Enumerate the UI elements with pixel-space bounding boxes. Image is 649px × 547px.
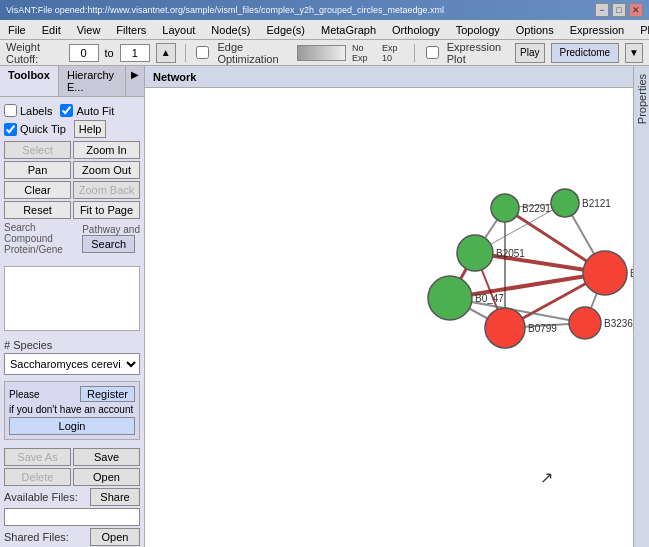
hierarchy-tab[interactable]: Hierarchy E... xyxy=(59,66,126,96)
menu-edit[interactable]: Edit xyxy=(38,23,65,37)
autofit-checkbox[interactable] xyxy=(60,104,73,117)
menu-plugins[interactable]: Plugins xyxy=(636,23,649,37)
save-button[interactable]: Save xyxy=(73,448,140,466)
menu-topology[interactable]: Topology xyxy=(452,23,504,37)
checkbox-row-2: Quick Tip Help xyxy=(4,120,140,138)
close-button[interactable]: ✕ xyxy=(629,3,643,17)
labels-checkbox-label[interactable]: Labels xyxy=(4,104,52,117)
toolbox-tab[interactable]: Toolbox xyxy=(0,66,59,96)
checkbox-row-1: Labels Auto Fit xyxy=(4,104,140,117)
autofit-text: Auto Fit xyxy=(76,105,114,117)
edge-optimization-label: Edge Optimization xyxy=(217,41,290,65)
available-row: Available Files: Share xyxy=(4,488,140,506)
shared-label: Shared Files: xyxy=(4,531,69,543)
open-button[interactable]: Open xyxy=(73,468,140,486)
zoomback-button[interactable]: Zoom Back xyxy=(73,181,140,199)
search-button[interactable]: Search xyxy=(82,235,135,253)
exp10-label: Exp 10 xyxy=(382,43,405,63)
quicktip-checkbox[interactable] xyxy=(4,123,17,136)
no-exp-label: No Exp xyxy=(352,43,376,63)
play-button[interactable]: Play xyxy=(515,43,544,63)
menu-filters[interactable]: Filters xyxy=(112,23,150,37)
svg-text:B3236_RAND2: B3236_RAND2 xyxy=(604,318,633,329)
network-header: Network xyxy=(145,66,633,88)
menu-orthology[interactable]: Orthology xyxy=(388,23,444,37)
login-button[interactable]: Login xyxy=(9,417,135,435)
shared-row: Shared Files: Open xyxy=(4,528,140,546)
svg-text:B3220_RAND2: B3220_RAND2 xyxy=(630,268,633,279)
autofit-checkbox-label[interactable]: Auto Fit xyxy=(60,104,114,117)
expression-plot-label: Expression Plot xyxy=(447,41,509,65)
available-files-input[interactable] xyxy=(4,508,140,526)
svg-point-20 xyxy=(457,235,493,271)
svg-point-24 xyxy=(569,307,601,339)
toolbox-options: Labels Auto Fit Quick Tip Help Select Zo… xyxy=(0,97,144,262)
svg-text:B2121: B2121 xyxy=(582,198,611,209)
open-shared-button[interactable]: Open xyxy=(90,528,140,546)
help-button[interactable]: Help xyxy=(74,120,107,138)
select-button[interactable]: Select xyxy=(4,141,71,159)
svg-rect-0 xyxy=(5,267,139,330)
maximize-button[interactable]: □ xyxy=(612,3,626,17)
menu-expression[interactable]: Expression xyxy=(566,23,628,37)
window-controls: − □ ✕ xyxy=(595,3,643,17)
svg-point-16 xyxy=(491,194,519,222)
panel-tab-arrow[interactable]: ▶ xyxy=(126,66,144,96)
labels-checkbox[interactable] xyxy=(4,104,17,117)
separator2 xyxy=(414,44,415,62)
edge-optimization-checkbox[interactable] xyxy=(196,46,209,59)
quicktip-checkbox-label[interactable]: Quick Tip xyxy=(4,123,66,136)
preview-svg xyxy=(5,267,139,330)
weight-from-input[interactable] xyxy=(69,44,99,62)
main-content: Toolbox Hierarchy E... ▶ Labels Auto Fit… xyxy=(0,66,649,547)
pan-button[interactable]: Pan xyxy=(4,161,71,179)
expression-plot-checkbox[interactable] xyxy=(426,46,439,59)
menu-edges[interactable]: Edge(s) xyxy=(262,23,309,37)
menu-file[interactable]: File xyxy=(4,23,30,37)
no-account-text: if you don't have an account xyxy=(9,404,135,415)
predictome-dropdown[interactable]: ▼ xyxy=(625,43,643,63)
quicktip-text: Quick Tip xyxy=(20,123,66,135)
search-row: Search Compound Protein/Gene Pathway and… xyxy=(4,222,140,255)
left-panel: Toolbox Hierarchy E... ▶ Labels Auto Fit… xyxy=(0,66,145,547)
please-text: Please xyxy=(9,389,40,400)
weight-to-input[interactable] xyxy=(120,44,150,62)
register-button[interactable]: Register xyxy=(80,386,135,402)
menu-layout[interactable]: Layout xyxy=(158,23,199,37)
register-section: Please Register if you don't have an acc… xyxy=(4,381,140,440)
file-btn-row-1: Save As Save xyxy=(4,448,140,466)
species-dropdown[interactable]: Saccharomyces cerevi... xyxy=(4,353,140,375)
right-panel: Network B2291B2121B2051B3220_RAND2B3236_… xyxy=(145,66,633,547)
clear-button[interactable]: Clear xyxy=(4,181,71,199)
file-btn-row-2: Delete Open xyxy=(4,468,140,486)
svg-point-28 xyxy=(428,276,472,320)
panel-tabs: Toolbox Hierarchy E... ▶ xyxy=(0,66,144,97)
minimize-button[interactable]: − xyxy=(595,3,609,17)
search-labels: Search Compound Protein/Gene xyxy=(4,222,79,255)
separator1 xyxy=(185,44,186,62)
register-row: Please Register xyxy=(9,386,135,402)
menu-options[interactable]: Options xyxy=(512,23,558,37)
network-svg: B2291B2121B2051B3220_RAND2B3236_RAND2B07… xyxy=(145,88,633,547)
toolbar: Weight Cutoff: to ▲ Edge Optimization No… xyxy=(0,40,649,66)
fitpage-button[interactable]: Fit to Page xyxy=(73,201,140,219)
zoomout-button[interactable]: Zoom Out xyxy=(73,161,140,179)
network-canvas[interactable]: B2291B2121B2051B3220_RAND2B3236_RAND2B07… xyxy=(145,88,633,547)
delete-button[interactable]: Delete xyxy=(4,468,71,486)
svg-text:B2291: B2291 xyxy=(522,203,551,214)
edge-slider[interactable] xyxy=(297,45,346,61)
save-as-button[interactable]: Save As xyxy=(4,448,71,466)
menu-nodes[interactable]: Node(s) xyxy=(207,23,254,37)
weight-up-btn[interactable]: ▲ xyxy=(156,43,176,63)
available-label: Available Files: xyxy=(4,491,78,503)
svg-point-26 xyxy=(485,308,525,348)
menu-view[interactable]: View xyxy=(73,23,105,37)
svg-text:B0799: B0799 xyxy=(528,323,557,334)
share-button[interactable]: Share xyxy=(90,488,140,506)
weight-cutoff-label: Weight Cutoff: xyxy=(6,41,63,65)
reset-button[interactable]: Reset xyxy=(4,201,71,219)
properties-sidebar: Properties xyxy=(633,66,649,547)
zoomin-button[interactable]: Zoom In xyxy=(73,141,140,159)
predictome-button[interactable]: Predictome xyxy=(551,43,620,63)
menu-metagraph[interactable]: MetaGraph xyxy=(317,23,380,37)
